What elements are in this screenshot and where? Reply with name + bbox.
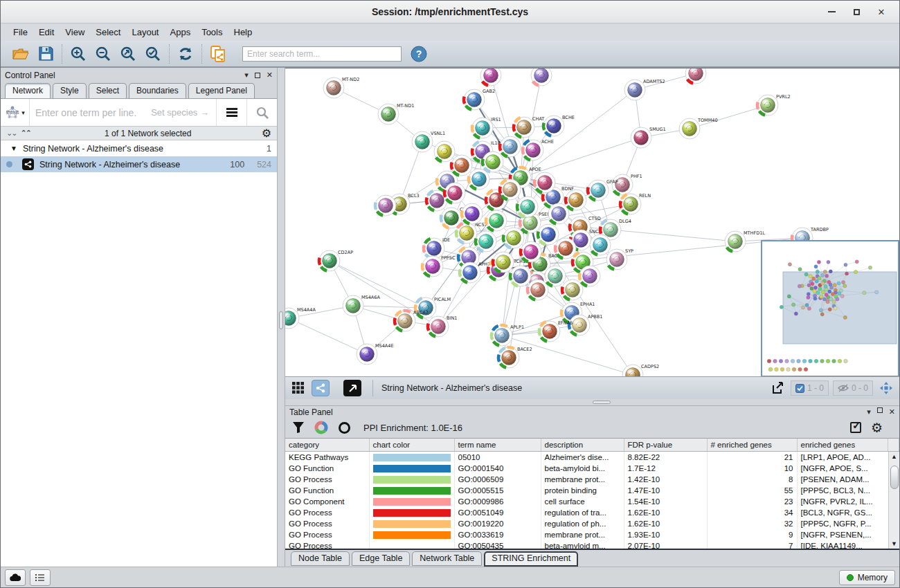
refresh-button[interactable] — [175, 44, 196, 64]
collapse-caret-icon[interactable]: ▼ — [10, 145, 17, 152]
panel-float-icon[interactable] — [877, 407, 883, 413]
panel-menu-icon[interactable]: ▾ — [244, 71, 249, 80]
tree-row[interactable]: ▼String Network - Alzheimer's disease1 — [1, 140, 277, 156]
fullscreen-network-button[interactable] — [343, 380, 361, 396]
network-node[interactable]: RELN — [620, 193, 651, 214]
network-node[interactable]: GAB2 — [464, 89, 495, 110]
network-node[interactable] — [500, 179, 521, 200]
network-node[interactable] — [555, 238, 576, 259]
horizontal-splitter[interactable] — [285, 399, 899, 405]
save-session-button[interactable] — [35, 44, 56, 64]
network-node[interactable] — [545, 266, 566, 286]
enrichment-table-rows[interactable]: KEGG Pathways05010Alzheimer's dise...8.8… — [285, 452, 899, 550]
network-node[interactable]: CHAT — [514, 116, 544, 138]
network-node[interactable]: MS4A4E — [357, 343, 394, 365]
network-node[interactable]: BIN1 — [428, 315, 457, 337]
tab-edge-table[interactable]: Edge Table — [352, 551, 410, 566]
string-protein-query-selector[interactable]: STRING ▾ — [1, 99, 30, 126]
string-query-input[interactable] — [30, 107, 216, 118]
expand-all-icon[interactable]: ⌃⌃ — [20, 129, 30, 138]
task-history-button[interactable] — [30, 569, 51, 586]
column-header-category[interactable]: category — [285, 439, 369, 452]
network-node[interactable] — [510, 266, 531, 286]
network-node[interactable] — [486, 210, 507, 231]
network-node[interactable]: SYP — [606, 248, 633, 270]
menu-apps[interactable]: Apps — [165, 26, 197, 39]
string-options-button[interactable] — [216, 99, 246, 126]
network-node[interactable]: ACHE — [523, 139, 554, 160]
network-node[interactable] — [566, 190, 586, 210]
network-node[interactable] — [685, 68, 706, 84]
network-node[interactable]: MT-ND1 — [378, 103, 414, 125]
menu-layout[interactable]: Layout — [126, 26, 164, 39]
column-header-term-name[interactable]: term name — [454, 439, 541, 452]
export-network-button[interactable] — [768, 380, 786, 396]
table-row[interactable]: GO ComponentGO:0009986cell surface1.54E-… — [285, 496, 899, 507]
tab-legend-panel[interactable]: Legend Panel — [188, 83, 255, 98]
network-node[interactable] — [469, 169, 489, 190]
grid-view-button[interactable] — [289, 380, 307, 396]
network-node[interactable] — [528, 279, 548, 300]
menu-file[interactable]: File — [8, 26, 33, 39]
network-node[interactable] — [534, 172, 555, 193]
panel-float-icon[interactable] — [255, 73, 260, 78]
panel-menu-icon[interactable]: ▾ — [867, 407, 871, 416]
tab-boundaries[interactable]: Boundaries — [129, 83, 186, 98]
column-header-FDR-p-value[interactable]: FDR p-value — [624, 439, 707, 452]
network-node[interactable]: PVRL2 — [757, 94, 791, 116]
menu-help[interactable]: Help — [228, 26, 258, 39]
network-node[interactable] — [493, 252, 514, 273]
network-node[interactable]: MS4A6A — [343, 295, 380, 316]
network-node[interactable] — [521, 241, 541, 262]
network-node[interactable] — [503, 228, 524, 248]
scrollbar-thumb[interactable] — [890, 466, 899, 489]
zoom-in-button[interactable] — [68, 44, 89, 64]
menu-select[interactable]: Select — [90, 26, 126, 39]
column-header-chart-color[interactable]: chart color — [369, 439, 454, 452]
table-row[interactable]: GO ProcessGO:0019220regulation of ph...1… — [285, 518, 899, 529]
network-node[interactable]: MS4A4A — [285, 307, 316, 329]
help-button[interactable]: ? — [408, 44, 429, 64]
network-node[interactable] — [517, 196, 538, 217]
zoom-out-button[interactable] — [93, 44, 114, 64]
column-header--enriched-genes[interactable]: # enriched genes — [707, 439, 797, 452]
select-rows-icon[interactable] — [850, 422, 861, 433]
gear-icon[interactable]: ⚙ — [262, 128, 271, 139]
network-from-file-button[interactable] — [208, 44, 228, 64]
automation-status-button[interactable] — [5, 569, 26, 586]
table-row[interactable]: KEGG Pathways05010Alzheimer's dise...8.8… — [285, 452, 899, 463]
menu-edit[interactable]: Edit — [33, 26, 60, 39]
table-row[interactable]: GO ProcessGO:0006509membrane prot...1.42… — [285, 474, 899, 485]
vertical-splitter[interactable] — [278, 68, 285, 567]
tab-node-table[interactable]: Node Table — [291, 551, 350, 566]
gear-icon[interactable]: ⚙ — [871, 421, 883, 434]
panel-close-icon[interactable]: ✕ — [889, 407, 895, 416]
tab-network[interactable]: Network — [5, 83, 51, 98]
table-row[interactable]: GO ProcessGO:0051049regulation of tra...… — [285, 507, 899, 518]
ring-chart-icon[interactable] — [338, 421, 351, 434]
table-row[interactable]: GO ProcessGO:0033619membrane prot...1.93… — [285, 529, 899, 540]
scroll-down-icon[interactable]: ▼ — [891, 539, 897, 549]
zoom-fit-button[interactable] — [118, 44, 138, 64]
panel-close-icon[interactable]: ✕ — [267, 71, 273, 80]
menu-tools[interactable]: Tools — [196, 26, 228, 39]
tab-string-enrichment[interactable]: STRING Enrichment — [484, 551, 578, 567]
tree-row[interactable]: String Network - Alzheimer's disease1005… — [1, 156, 277, 172]
memory-button[interactable]: Memory — [839, 570, 895, 585]
network-node[interactable]: ADAMTS2 — [624, 79, 665, 100]
minimize-button[interactable] — [822, 4, 841, 19]
network-node[interactable]: CD2AP — [319, 250, 353, 271]
network-node[interactable] — [500, 136, 521, 157]
network-node[interactable] — [483, 151, 503, 172]
network-node[interactable] — [579, 266, 600, 286]
network-node[interactable] — [590, 235, 611, 255]
tab-network-table[interactable]: Network Table — [412, 551, 482, 566]
network-node[interactable] — [375, 195, 396, 216]
share-network-button[interactable] — [312, 380, 330, 396]
string-search-button[interactable] — [246, 99, 277, 126]
network-node[interactable]: TOMM40 — [679, 118, 718, 139]
network-node[interactable] — [434, 141, 455, 162]
network-node[interactable] — [444, 183, 465, 203]
birds-eye-view[interactable] — [761, 240, 899, 376]
close-button[interactable]: ✕ — [872, 4, 891, 19]
